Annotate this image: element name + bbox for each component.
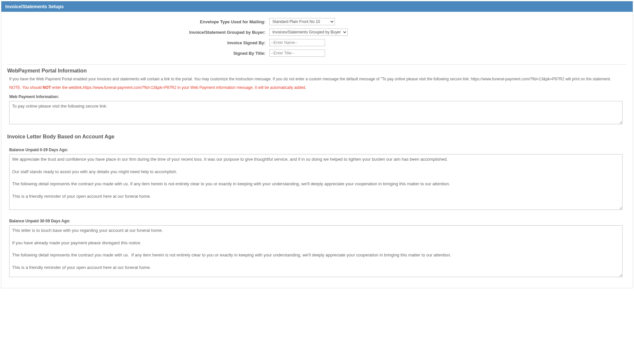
webpayment-warning-emphasis: NOT bbox=[43, 85, 51, 90]
signed-by-title-label: Signed By Title: bbox=[7, 48, 267, 58]
balance-30-59-label: Balance Unpaid 30-59 Days Ago: bbox=[9, 219, 627, 223]
envelope-type-select[interactable]: Standard Plain Front No 10 bbox=[269, 18, 335, 25]
webpayment-warning-prefix: NOTE: You should bbox=[9, 85, 43, 90]
balance-0-29-textarea[interactable] bbox=[9, 154, 623, 210]
signed-by-title-input[interactable] bbox=[269, 50, 325, 57]
webpayment-description: If you have the Web Payment Portal enabl… bbox=[9, 76, 627, 82]
panel-header: Invoice/Statements Setups bbox=[1, 1, 633, 12]
invoice-signed-by-label: Invoice Signed By: bbox=[7, 37, 267, 48]
grouped-by-buyer-label: Invoice/Statement Grouped by Buyer: bbox=[7, 27, 267, 37]
section-separator bbox=[7, 64, 627, 65]
web-payment-info-label: Web Payment Information: bbox=[9, 94, 627, 99]
webpayment-warning: NOTE: You should NOT enter the weblink,h… bbox=[9, 85, 627, 90]
webpayment-warning-suffix: enter the weblink,https://www.funeral-pa… bbox=[51, 85, 306, 90]
webpayment-section-title: WebPayment Portal Information bbox=[7, 68, 627, 74]
setup-form-table: Envelope Type Used for Mailing: Standard… bbox=[7, 16, 627, 58]
invoice-signed-by-input[interactable] bbox=[269, 39, 325, 46]
web-payment-info-textarea[interactable] bbox=[9, 101, 623, 124]
balance-0-29-block: Balance Unpaid 0-29 Days Ago: bbox=[7, 148, 627, 211]
balance-30-59-textarea[interactable] bbox=[9, 225, 623, 277]
envelope-type-label: Envelope Type Used for Mailing: bbox=[7, 16, 267, 27]
invoice-statements-setups-panel: Invoice/Statements Setups Envelope Type … bbox=[1, 1, 633, 288]
panel-body: Envelope Type Used for Mailing: Standard… bbox=[1, 12, 633, 288]
balance-0-29-label: Balance Unpaid 0-29 Days Ago: bbox=[9, 148, 627, 152]
panel-title: Invoice/Statements Setups bbox=[5, 4, 64, 9]
letter-body-section-title: Invoice Letter Body Based on Account Age bbox=[7, 134, 627, 140]
grouped-by-buyer-select[interactable]: Invoices/Statements Grouped by Buyer bbox=[269, 29, 348, 36]
balance-30-59-block: Balance Unpaid 30-59 Days Ago: bbox=[7, 219, 627, 278]
